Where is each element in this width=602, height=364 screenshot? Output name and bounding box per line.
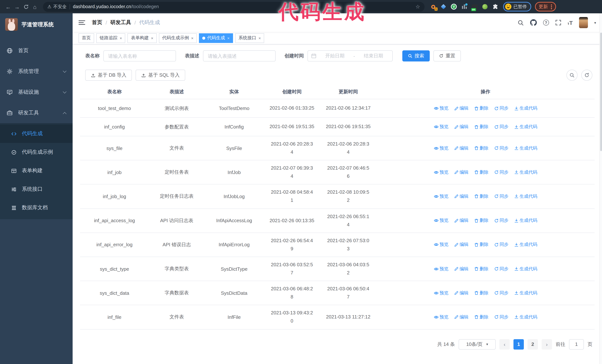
breadcrumb-home[interactable]: 首页	[92, 19, 102, 26]
update-button[interactable]: 更新	[535, 2, 556, 11]
fullscreen-icon[interactable]	[555, 20, 561, 26]
preview-action[interactable]: 预览	[434, 290, 448, 296]
import-db-button[interactable]: 基于 DB 导入	[85, 70, 132, 81]
edit-action[interactable]: 编辑	[454, 314, 468, 320]
generate-code-action[interactable]: 生成代码	[514, 290, 537, 296]
sidebar-subitem-codegen-example[interactable]: 代码生成示例	[0, 143, 73, 161]
extension-stats-icon[interactable]	[461, 3, 468, 10]
sidebar-item-system[interactable]: 系统管理	[0, 61, 73, 82]
bookmark-star-icon[interactable]: ☆	[416, 4, 420, 10]
browser-menu-icon[interactable]	[551, 6, 552, 7]
help-icon[interactable]: ?	[543, 20, 549, 26]
tab-form-builder[interactable]: 表单构建×	[128, 33, 157, 43]
sync-action[interactable]: 同步	[494, 314, 508, 320]
close-icon[interactable]: ×	[191, 36, 194, 40]
sync-action[interactable]: 同步	[494, 266, 508, 272]
preview-action[interactable]: 预览	[434, 242, 448, 248]
close-icon[interactable]: ×	[227, 36, 230, 40]
extension-v-icon[interactable]: V	[451, 3, 457, 10]
font-size-icon[interactable]: тT	[568, 20, 573, 26]
sync-action[interactable]: 同步	[494, 145, 508, 151]
goto-page-input[interactable]	[569, 339, 584, 349]
extension-adblock-icon[interactable]: 1	[430, 3, 436, 10]
tab-system-api[interactable]: 系统接口×	[235, 33, 264, 43]
table-desc-input[interactable]	[203, 50, 276, 62]
forward-button[interactable]: →	[13, 2, 22, 11]
tab-home[interactable]: 首页	[78, 33, 94, 43]
generate-code-action[interactable]: 生成代码	[514, 193, 537, 200]
sidebar-item-home[interactable]: 首页	[0, 40, 73, 61]
page-number-1[interactable]: 1	[514, 339, 524, 349]
sync-action[interactable]: 同步	[494, 217, 508, 224]
edit-action[interactable]: 编辑	[454, 105, 468, 112]
edit-action[interactable]: 编辑	[454, 217, 468, 224]
preview-action[interactable]: 预览	[434, 217, 448, 224]
tab-codegen-example[interactable]: 代码生成示例×	[159, 33, 197, 43]
breadcrumb-devtools[interactable]: 研发工具	[110, 19, 131, 26]
date-range-picker[interactable]: 开始日期 - 结束日期	[308, 50, 393, 62]
next-page-button[interactable]: ›	[542, 339, 552, 349]
generate-code-action[interactable]: 生成代码	[514, 105, 537, 112]
hamburger-button[interactable]	[78, 20, 85, 25]
reload-button[interactable]	[22, 2, 30, 11]
extension-switch-icon[interactable]: on	[471, 3, 478, 10]
logo-row[interactable]: 芋道管理系统	[0, 13, 73, 34]
edit-action[interactable]: 编辑	[454, 145, 468, 151]
delete-action[interactable]: 删除	[474, 169, 488, 176]
sync-action[interactable]: 同步	[494, 169, 508, 176]
edit-action[interactable]: 编辑	[454, 124, 468, 130]
extension-gem-icon[interactable]	[440, 3, 447, 10]
delete-action[interactable]: 删除	[474, 290, 488, 296]
close-icon[interactable]: ×	[151, 36, 153, 40]
sidebar-item-devtools[interactable]: 研发工具	[0, 103, 73, 123]
generate-code-action[interactable]: 生成代码	[514, 314, 537, 320]
avatar[interactable]	[579, 17, 588, 28]
refresh-table-button[interactable]	[581, 70, 592, 81]
generate-code-action[interactable]: 生成代码	[514, 124, 537, 130]
home-button[interactable]: ⌂	[30, 2, 39, 11]
page-number-2[interactable]: 2	[527, 339, 538, 349]
end-date-placeholder[interactable]: 结束日期	[358, 52, 389, 59]
delete-action[interactable]: 删除	[474, 105, 488, 112]
edit-action[interactable]: 编辑	[454, 242, 468, 248]
scrollbar-thumb[interactable]	[600, 32, 602, 151]
reset-button[interactable]: 重置	[433, 50, 461, 62]
delete-action[interactable]: 删除	[474, 242, 488, 248]
import-sql-button[interactable]: 基于 SQL 导入	[136, 70, 185, 81]
edit-action[interactable]: 编辑	[454, 290, 468, 296]
preview-action[interactable]: 预览	[434, 193, 448, 200]
preview-action[interactable]: 预览	[434, 145, 448, 151]
security-warning[interactable]: ⚠ 不安全	[47, 3, 67, 10]
profile-chip[interactable]: 已暂停	[503, 2, 531, 11]
preview-action[interactable]: 预览	[434, 105, 448, 112]
sidebar-subitem-form-builder[interactable]: 表单构建	[0, 161, 73, 180]
toggle-search-button[interactable]	[566, 70, 578, 81]
delete-action[interactable]: 删除	[474, 193, 488, 200]
sidebar-item-infra[interactable]: 基础设施	[0, 82, 73, 103]
edit-action[interactable]: 编辑	[454, 169, 468, 176]
delete-action[interactable]: 删除	[474, 266, 488, 272]
generate-code-action[interactable]: 生成代码	[514, 266, 537, 272]
delete-action[interactable]: 删除	[474, 145, 488, 151]
delete-action[interactable]: 删除	[474, 314, 488, 320]
search-icon[interactable]	[517, 20, 524, 26]
extensions-puzzle-icon[interactable]	[492, 3, 499, 10]
generate-code-action[interactable]: 生成代码	[514, 242, 537, 248]
preview-action[interactable]: 预览	[434, 266, 448, 272]
url-bar[interactable]: ⚠ 不安全 dashboard.yudao.iocoder.cn/tool/co…	[43, 2, 425, 12]
sidebar-subitem-db-doc[interactable]: 数据库文档	[0, 198, 73, 217]
preview-action[interactable]: 预览	[434, 314, 448, 320]
search-button[interactable]: 搜索	[402, 50, 430, 62]
sync-action[interactable]: 同步	[494, 124, 508, 130]
sidebar-subitem-codegen[interactable]: 代码生成	[0, 125, 73, 143]
preview-action[interactable]: 预览	[434, 169, 448, 176]
back-button[interactable]: ←	[4, 2, 13, 11]
sidebar-subitem-system-api[interactable]: 系统接口	[0, 180, 73, 198]
extension-alien-icon[interactable]	[482, 3, 488, 10]
generate-code-action[interactable]: 生成代码	[514, 217, 537, 224]
page-size-select[interactable]: 10条/页 ▾	[459, 339, 496, 349]
close-icon[interactable]: ×	[258, 36, 261, 40]
generate-code-action[interactable]: 生成代码	[514, 169, 537, 176]
page-scrollbar[interactable]	[599, 13, 602, 364]
table-name-input[interactable]	[103, 50, 176, 62]
